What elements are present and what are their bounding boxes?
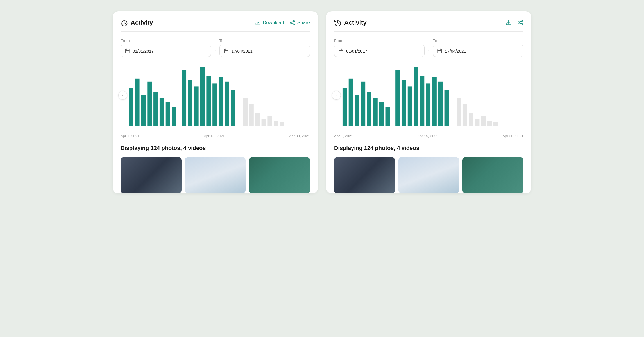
calendar-icon-to-left [224, 48, 229, 53]
from-date-input-left[interactable]: 01/01/2017 [121, 45, 211, 57]
svg-rect-32 [249, 104, 254, 126]
download-icon-right [505, 19, 512, 26]
photo-thumb-1-left[interactable] [185, 157, 246, 193]
download-button-left[interactable]: Download [255, 20, 284, 26]
svg-rect-16 [141, 95, 146, 126]
svg-rect-19 [160, 98, 164, 126]
svg-line-43 [520, 23, 521, 24]
share-button-left[interactable]: Share [290, 20, 310, 26]
svg-rect-57 [367, 92, 371, 126]
chart-container-left: ‹ [121, 64, 310, 127]
display-text-left: Displaying 124 photos, 4 videos [121, 145, 310, 151]
bar-chart-left [126, 64, 310, 126]
svg-rect-67 [432, 77, 437, 126]
download-label-left: Download [263, 20, 284, 26]
to-date-input-left[interactable]: 17/04/2021 [219, 45, 310, 57]
chart-prev-left[interactable]: ‹ [118, 91, 127, 100]
svg-rect-20 [166, 102, 170, 126]
svg-rect-69 [445, 90, 449, 126]
chart-label-0-right: Apr 1, 2021 [334, 134, 353, 138]
svg-rect-6 [125, 49, 129, 53]
to-date-value-left: 17/04/2021 [232, 49, 253, 53]
card-header-right: Activity [334, 19, 523, 32]
chart-area-left [126, 64, 310, 127]
card-header-left: Activity Download Share [121, 19, 310, 32]
svg-rect-49 [438, 49, 442, 53]
share-label-left: Share [297, 20, 310, 26]
to-label-left: To [219, 38, 310, 43]
activity-card-right: Activity From [326, 11, 531, 193]
svg-rect-26 [206, 76, 211, 126]
calendar-icon-to-right [437, 48, 442, 53]
card-title-left: Activity [131, 19, 153, 26]
svg-rect-58 [373, 98, 378, 126]
download-icon-left [255, 20, 261, 26]
calendar-icon-from-right [338, 48, 343, 53]
title-group: Activity [121, 19, 255, 26]
svg-rect-61 [395, 70, 400, 126]
svg-rect-72 [469, 113, 473, 126]
svg-rect-55 [355, 95, 359, 126]
date-to-field-right: To 17/04/2021 [433, 38, 523, 57]
photo-thumb-0-right[interactable] [334, 157, 395, 193]
photo-thumb-0-left[interactable] [121, 157, 182, 193]
date-separator-left: - [214, 48, 216, 53]
svg-line-44 [520, 21, 521, 22]
from-date-input-right[interactable]: 01/01/2017 [334, 45, 425, 57]
svg-rect-33 [255, 113, 260, 126]
svg-rect-59 [379, 102, 384, 126]
svg-rect-53 [343, 88, 347, 126]
svg-rect-45 [339, 49, 343, 53]
svg-rect-64 [414, 67, 418, 126]
svg-rect-31 [243, 98, 248, 126]
display-text-right: Displaying 124 photos, 4 videos [334, 145, 523, 151]
date-separator-right: - [428, 48, 429, 53]
history-icon-right [334, 19, 341, 26]
svg-rect-28 [219, 77, 223, 126]
svg-rect-75 [487, 121, 492, 126]
download-button-right[interactable] [505, 19, 512, 26]
to-label-right: To [433, 38, 523, 43]
photo-thumb-2-right[interactable] [462, 157, 523, 193]
share-button-right[interactable] [517, 19, 523, 26]
svg-rect-30 [231, 90, 235, 126]
chart-label-1-right: Apr 15, 2021 [417, 134, 438, 138]
svg-rect-36 [274, 121, 278, 126]
svg-rect-71 [463, 104, 467, 126]
svg-rect-29 [225, 82, 229, 126]
svg-rect-22 [182, 70, 186, 126]
svg-rect-25 [200, 67, 205, 126]
chart-container-right: ‹ [334, 64, 523, 127]
from-label-right: From [334, 38, 425, 43]
to-date-input-right[interactable]: 17/04/2021 [433, 45, 523, 57]
svg-rect-66 [426, 83, 430, 126]
svg-line-5 [292, 21, 293, 22]
card-actions-right [505, 19, 523, 26]
svg-rect-17 [147, 82, 152, 126]
chart-labels-right: Apr 1, 2021 Apr 15, 2021 Apr 30, 2021 [334, 132, 523, 138]
title-group-right: Activity [334, 19, 505, 26]
chart-prev-right[interactable]: ‹ [332, 91, 341, 100]
to-date-value-right: 17/04/2021 [445, 49, 466, 53]
svg-rect-56 [361, 82, 365, 126]
chart-label-0-left: Apr 1, 2021 [121, 134, 139, 138]
svg-rect-73 [475, 119, 480, 126]
share-icon-left [290, 20, 295, 26]
chart-area-right [340, 64, 523, 127]
chart-label-1-left: Apr 15, 2021 [204, 134, 225, 138]
svg-line-4 [292, 23, 293, 24]
svg-rect-18 [153, 92, 158, 126]
svg-rect-70 [457, 98, 461, 126]
history-icon [121, 19, 128, 26]
share-icon-right [517, 19, 523, 26]
photo-thumb-2-left[interactable] [249, 157, 310, 193]
photo-thumb-1-right[interactable] [398, 157, 459, 193]
chart-label-2-right: Apr 30, 2021 [503, 134, 523, 138]
from-label-left: From [121, 38, 211, 43]
svg-rect-65 [420, 76, 424, 126]
date-row-right: From 01/01/2017 - To [334, 38, 523, 57]
svg-rect-60 [386, 107, 390, 126]
date-from-field-left: From 01/01/2017 [121, 38, 211, 57]
svg-rect-27 [212, 83, 217, 126]
svg-rect-24 [194, 86, 199, 126]
